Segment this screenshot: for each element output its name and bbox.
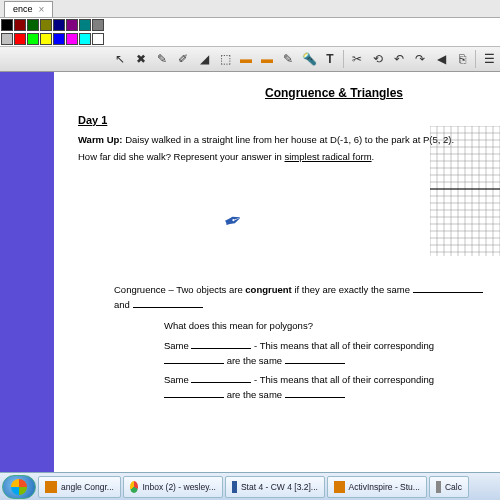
color-swatch[interactable] bbox=[79, 33, 91, 45]
taskbar: angle Congr... Inbox (2) - wesley... Sta… bbox=[0, 472, 500, 500]
pen-cursor-icon: ✒ bbox=[220, 206, 246, 237]
chrome-icon bbox=[130, 481, 138, 493]
blank bbox=[164, 389, 224, 398]
cut-tool-icon[interactable]: ✂ bbox=[347, 49, 367, 69]
color-swatch[interactable] bbox=[40, 33, 52, 45]
warmup-line2: How far did she walk? Represent your ans… bbox=[78, 151, 490, 164]
color-palette-row2 bbox=[0, 32, 500, 46]
polygon-question: What does this mean for polygons? bbox=[164, 318, 490, 333]
prev-tool-icon[interactable]: ◀ bbox=[431, 49, 451, 69]
toolbar-separator bbox=[343, 50, 344, 68]
color-swatch[interactable] bbox=[92, 33, 104, 45]
text-tool-icon[interactable]: T bbox=[320, 49, 340, 69]
blank bbox=[191, 340, 251, 349]
coordinate-grid bbox=[430, 126, 500, 256]
blank bbox=[285, 389, 345, 398]
page-canvas[interactable]: Congruence & Triangles Day 1 Warm Up: Da… bbox=[54, 72, 500, 472]
pen-tool-icon[interactable]: ✎ bbox=[152, 49, 172, 69]
color-swatch[interactable] bbox=[53, 19, 65, 31]
blank bbox=[285, 355, 345, 364]
congruence-section: Congruence – Two objects are congruent i… bbox=[114, 282, 490, 402]
reset-tool-icon[interactable]: ⟲ bbox=[368, 49, 388, 69]
page-tool-icon[interactable]: ⎘ bbox=[452, 49, 472, 69]
app-icon bbox=[45, 481, 57, 493]
pointer-tool-icon[interactable]: ↖ bbox=[110, 49, 130, 69]
spotlight-tool-icon[interactable]: 🔦 bbox=[299, 49, 319, 69]
select-tool-icon[interactable]: ✖ bbox=[131, 49, 151, 69]
sidebar bbox=[0, 72, 54, 472]
tab-bar: ence × bbox=[0, 0, 500, 18]
close-icon[interactable]: × bbox=[39, 4, 45, 15]
blank bbox=[413, 284, 483, 293]
activinspire-icon bbox=[334, 481, 345, 493]
page-title: Congruence & Triangles bbox=[178, 86, 490, 100]
color-swatch[interactable] bbox=[92, 19, 104, 31]
shape-tool-icon[interactable]: ▬ bbox=[236, 49, 256, 69]
color-swatch[interactable] bbox=[1, 33, 13, 45]
connector-tool-icon[interactable]: ▬ bbox=[257, 49, 277, 69]
document-tab[interactable]: ence × bbox=[4, 1, 53, 17]
toolbar-separator bbox=[475, 50, 476, 68]
same-line-1: Same - This means that all of their corr… bbox=[164, 338, 490, 368]
taskbar-item[interactable]: Calc bbox=[429, 476, 469, 498]
taskbar-item[interactable]: ActivInspire - Stu... bbox=[327, 476, 427, 498]
same-line-2: Same - This means that all of their corr… bbox=[164, 372, 490, 402]
taskbar-item[interactable]: Stat 4 - CW 4 [3.2]... bbox=[225, 476, 325, 498]
start-button[interactable] bbox=[2, 475, 36, 499]
color-swatch[interactable] bbox=[1, 19, 13, 31]
fill-tool-icon[interactable]: ⬚ bbox=[215, 49, 235, 69]
eraser-tool-icon[interactable]: ◢ bbox=[194, 49, 214, 69]
windows-icon bbox=[11, 479, 27, 495]
color-swatch[interactable] bbox=[14, 19, 26, 31]
congruence-definition: Congruence – Two objects are congruent i… bbox=[114, 282, 490, 312]
taskbar-item[interactable]: Inbox (2) - wesley... bbox=[123, 476, 223, 498]
color-swatch[interactable] bbox=[66, 19, 78, 31]
color-palette-row1 bbox=[0, 18, 500, 32]
blank bbox=[164, 355, 224, 364]
redo-tool-icon[interactable]: ↷ bbox=[410, 49, 430, 69]
warmup-line1: Warm Up: Daisy walked in a straight line… bbox=[78, 134, 490, 147]
taskbar-item[interactable]: angle Congr... bbox=[38, 476, 121, 498]
warmup-label: Warm Up: bbox=[78, 134, 123, 145]
warmup-text1: Daisy walked in a straight line from her… bbox=[125, 134, 454, 145]
blank bbox=[191, 374, 251, 383]
day-heading: Day 1 bbox=[78, 114, 490, 126]
toolbar: ↖ ✖ ✎ ✐ ◢ ⬚ ▬ ▬ ✎ 🔦 T ✂ ⟲ ↶ ↷ ◀ ⎘ ☰ bbox=[0, 46, 500, 72]
tab-title: ence bbox=[13, 4, 33, 14]
color-swatch[interactable] bbox=[66, 33, 78, 45]
calc-icon bbox=[436, 481, 441, 493]
blank bbox=[133, 299, 203, 308]
color-swatch[interactable] bbox=[14, 33, 26, 45]
color-swatch[interactable] bbox=[40, 19, 52, 31]
menu-tool-icon[interactable]: ☰ bbox=[479, 49, 499, 69]
color-swatch[interactable] bbox=[53, 33, 65, 45]
color-swatch[interactable] bbox=[79, 19, 91, 31]
color-swatch[interactable] bbox=[27, 19, 39, 31]
undo-tool-icon[interactable]: ↶ bbox=[389, 49, 409, 69]
workspace: Congruence & Triangles Day 1 Warm Up: Da… bbox=[0, 72, 500, 472]
color-swatch[interactable] bbox=[27, 33, 39, 45]
stamp-tool-icon[interactable]: ✎ bbox=[278, 49, 298, 69]
word-icon bbox=[232, 481, 237, 493]
highlighter-tool-icon[interactable]: ✐ bbox=[173, 49, 193, 69]
